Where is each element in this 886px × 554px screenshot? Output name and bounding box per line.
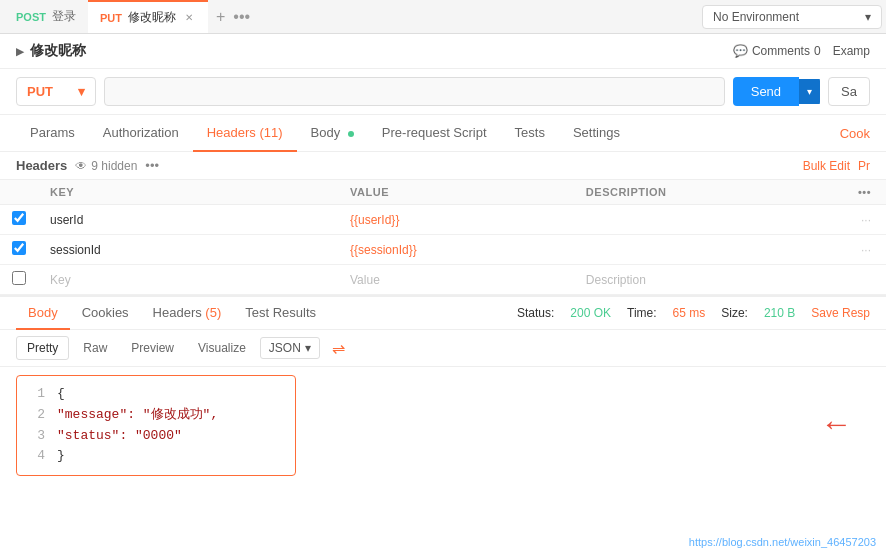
tab-settings[interactable]: Settings	[559, 115, 634, 152]
tab-tests[interactable]: Tests	[501, 115, 559, 152]
col-key: KEY	[38, 180, 338, 205]
tab-put-rename[interactable]: PUT 修改昵称 ✕	[88, 0, 208, 33]
tab-pre-request-script[interactable]: Pre-request Script	[368, 115, 501, 152]
status-value: 200 OK	[570, 306, 611, 320]
headers-section: Headers 👁 9 hidden ••• Bulk Edit Pr KEY …	[0, 152, 886, 295]
fmt-tab-preview[interactable]: Preview	[121, 337, 184, 359]
row1-checkbox[interactable]	[12, 211, 26, 225]
line-num-2: 2	[29, 405, 45, 426]
placeholder-value[interactable]: Value	[338, 265, 574, 295]
wrap-icon[interactable]: ⇌	[332, 339, 345, 358]
headers-badge: (11)	[259, 125, 282, 140]
line-content-3: "status": "0000"	[57, 426, 182, 447]
method-select[interactable]: PUT ▾	[16, 77, 96, 106]
tab-post-login[interactable]: POST 登录	[4, 0, 88, 33]
resp-tab-headers[interactable]: Headers (5)	[141, 297, 234, 330]
headers-section-label: Headers	[16, 158, 67, 173]
cookies-link[interactable]: Cook	[840, 126, 870, 141]
more-options-icon[interactable]: •••	[145, 158, 159, 173]
more-tabs-icon[interactable]: •••	[233, 8, 250, 26]
arrow-indicator: ←	[827, 400, 846, 451]
response-status-bar: Status: 200 OK Time: 65 ms Size: 210 B S…	[517, 306, 870, 320]
resp-test-results-label: Test Results	[245, 305, 316, 320]
size-label: Size:	[721, 306, 748, 320]
request-title-bar: 修改昵称 💬 Comments 0 Examp	[0, 34, 886, 69]
placeholder-checkbox[interactable]	[12, 271, 26, 285]
environment-selector[interactable]: No Environment ▾	[702, 5, 882, 29]
save-response-button[interactable]: Save Resp	[811, 306, 870, 320]
row1-value[interactable]: {{userId}}	[338, 205, 574, 235]
line-num-3: 3	[29, 426, 45, 447]
request-name: 修改昵称	[30, 42, 86, 60]
request-tabs: Params Authorization Headers (11) Body P…	[0, 115, 886, 152]
authorization-label: Authorization	[103, 125, 179, 140]
close-tab-icon[interactable]: ✕	[182, 11, 196, 25]
status-label: Status:	[517, 306, 554, 320]
resp-tab-cookies[interactable]: Cookies	[70, 297, 141, 330]
tab-authorization[interactable]: Authorization	[89, 115, 193, 152]
send-dropdown-button[interactable]: ▾	[799, 79, 820, 104]
resp-cookies-label: Cookies	[82, 305, 129, 320]
row1-checkbox-cell[interactable]	[0, 205, 38, 235]
line-num-4: 4	[29, 446, 45, 467]
response-area: Body Cookies Headers (5) Test Results St…	[0, 295, 886, 484]
examples-button[interactable]: Examp	[833, 44, 870, 58]
env-label: No Environment	[713, 10, 799, 24]
format-value: JSON	[269, 341, 301, 355]
comments-label: Comments	[752, 44, 810, 58]
size-value: 210 B	[764, 306, 795, 320]
row1-actions[interactable]: ···	[846, 205, 886, 235]
resp-tab-test-results[interactable]: Test Results	[233, 297, 328, 330]
fmt-tab-visualize[interactable]: Visualize	[188, 337, 256, 359]
row2-checkbox[interactable]	[12, 241, 26, 255]
row2-value[interactable]: {{sessionId}}	[338, 235, 574, 265]
method-chevron-icon: ▾	[78, 84, 85, 99]
tab-body[interactable]: Body	[297, 115, 368, 152]
table-row-placeholder: Key Value Description	[0, 265, 886, 295]
format-bar: Pretty Raw Preview Visualize JSON ▾ ⇌	[0, 330, 886, 367]
method-badge-post: POST	[16, 11, 46, 23]
title-actions: 💬 Comments 0 Examp	[733, 44, 870, 58]
placeholder-actions	[846, 265, 886, 295]
row2-key[interactable]: sessionId	[38, 235, 338, 265]
tests-label: Tests	[515, 125, 545, 140]
row1-key[interactable]: userId	[38, 205, 338, 235]
placeholder-checkbox-cell[interactable]	[0, 265, 38, 295]
col-checkbox	[0, 180, 38, 205]
tab-add-button[interactable]: + •••	[208, 8, 258, 26]
hidden-count: 9 hidden	[91, 159, 137, 173]
row2-actions[interactable]: ···	[846, 235, 886, 265]
resp-headers-badge: (5)	[205, 305, 221, 320]
comments-count: 0	[814, 44, 821, 58]
tab-label-post: 登录	[52, 8, 76, 25]
comment-icon: 💬	[733, 44, 748, 58]
fmt-tab-raw[interactable]: Raw	[73, 337, 117, 359]
url-input[interactable]	[104, 77, 725, 106]
resp-tab-body[interactable]: Body	[16, 297, 70, 330]
format-select[interactable]: JSON ▾	[260, 337, 320, 359]
tab-headers[interactable]: Headers (11)	[193, 115, 297, 152]
table-row: userId {{userId}} ···	[0, 205, 886, 235]
fmt-tab-pretty[interactable]: Pretty	[16, 336, 69, 360]
save-button[interactable]: Sa	[828, 77, 870, 106]
col-description: DESCRIPTION	[574, 180, 846, 205]
comments-button[interactable]: 💬 Comments 0	[733, 44, 821, 58]
placeholder-description: Description	[574, 265, 846, 295]
tab-label-put: 修改昵称	[128, 9, 176, 26]
placeholder-key[interactable]: Key	[38, 265, 338, 295]
headers-table: KEY VALUE DESCRIPTION ••• userId {{userI…	[0, 180, 886, 295]
line-content-2: "message": "修改成功",	[57, 405, 218, 426]
pr-button[interactable]: Pr	[858, 159, 870, 173]
settings-label: Settings	[573, 125, 620, 140]
col-actions: •••	[846, 180, 886, 205]
bulk-edit-button[interactable]: Bulk Edit	[803, 159, 850, 173]
response-tabs-bar: Body Cookies Headers (5) Test Results St…	[0, 297, 886, 330]
row2-checkbox-cell[interactable]	[0, 235, 38, 265]
tab-params[interactable]: Params	[16, 115, 89, 152]
time-value: 65 ms	[673, 306, 706, 320]
cookies-label: Cook	[840, 126, 870, 141]
hidden-headers-badge: 👁 9 hidden	[75, 159, 137, 173]
send-main-button[interactable]: Send	[733, 77, 799, 106]
row2-description	[574, 235, 846, 265]
line-num-1: 1	[29, 384, 45, 405]
